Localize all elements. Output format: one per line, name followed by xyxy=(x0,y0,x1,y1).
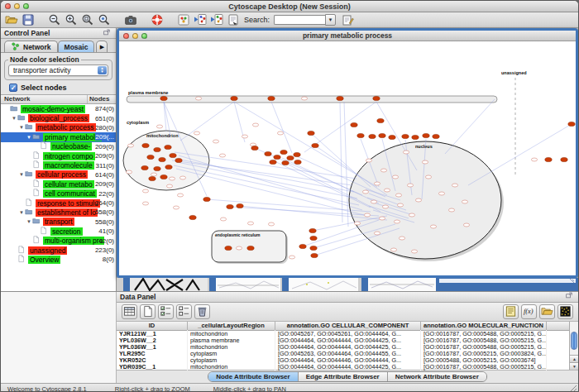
help-button[interactable] xyxy=(150,13,165,27)
unselect-attributes-button[interactable] xyxy=(176,304,192,319)
graph-node[interactable] xyxy=(411,250,417,253)
graph-node[interactable] xyxy=(394,220,400,223)
graph-node[interactable] xyxy=(194,131,199,135)
graph-node[interactable] xyxy=(407,184,413,187)
graph-node[interactable] xyxy=(175,158,182,162)
graph-node[interactable] xyxy=(213,140,218,143)
zoom-out-button[interactable] xyxy=(47,13,62,27)
graph-node[interactable] xyxy=(294,160,301,164)
graph-node[interactable] xyxy=(126,170,132,174)
graph-node[interactable] xyxy=(149,176,156,180)
tree-row-overview[interactable]: Overview8(0) xyxy=(1,255,116,264)
table-scrollbar[interactable]: ▲ ▼ xyxy=(569,322,578,370)
graph-node[interactable] xyxy=(423,133,429,137)
graph-node[interactable] xyxy=(384,189,390,192)
graph-node[interactable] xyxy=(177,194,183,197)
select-attributes-button[interactable] xyxy=(158,304,174,319)
graph-node[interactable] xyxy=(282,160,289,165)
graph-node[interactable] xyxy=(337,96,343,100)
graph-node[interactable] xyxy=(277,131,283,135)
graph-node[interactable] xyxy=(219,154,225,157)
region-plasma-membrane[interactable] xyxy=(127,96,497,103)
graph-node[interactable] xyxy=(268,96,275,100)
graph-node[interactable] xyxy=(389,135,395,139)
float-panel-icon[interactable] xyxy=(566,292,575,301)
search-dropdown-button[interactable]: ▼ xyxy=(325,14,336,26)
tab-network[interactable]: Network xyxy=(4,41,58,52)
graph-node[interactable] xyxy=(154,147,160,151)
node-color-select[interactable]: transporter activity ▲▼ xyxy=(8,65,108,76)
graph-node[interactable] xyxy=(274,155,280,159)
column-header-4[interactable]: annotation.GO MOLECULAR_FUNCTION xyxy=(421,322,547,330)
tab-mosaic[interactable]: Mosaic xyxy=(58,41,95,52)
zoom-fit-button[interactable] xyxy=(80,13,95,27)
graph-node[interactable] xyxy=(247,246,254,250)
select-nodes-checkbox[interactable]: ✓ xyxy=(9,84,17,92)
expand-arrow-icon[interactable]: ▼ xyxy=(26,135,32,140)
graph-node[interactable] xyxy=(373,96,380,100)
attribute-editor-button[interactable] xyxy=(503,304,519,319)
tab-network-attribute-browser[interactable]: Network Attribute Browser xyxy=(388,372,486,381)
graph-node[interactable] xyxy=(151,173,156,176)
graph-node[interactable] xyxy=(364,213,370,217)
expand-arrow-icon[interactable]: ▼ xyxy=(11,116,17,121)
graph-node[interactable] xyxy=(362,190,368,194)
graph-node[interactable] xyxy=(154,166,160,170)
graph-node[interactable] xyxy=(127,144,133,147)
import-network-button[interactable] xyxy=(193,13,208,27)
graph-node[interactable] xyxy=(390,248,396,251)
save-button[interactable] xyxy=(21,13,36,27)
graph-node[interactable] xyxy=(382,205,388,208)
graph-node[interactable] xyxy=(379,217,385,220)
attribute-matrix-button[interactable] xyxy=(557,304,573,319)
tree-row-secretion[interactable]: secretion41(0) xyxy=(1,227,116,236)
graph-node[interactable] xyxy=(351,122,357,127)
expand-arrow-icon[interactable]: ▼ xyxy=(18,172,25,177)
graph-node[interactable] xyxy=(220,218,226,221)
tree-row-metabolic-process[interactable]: ▼metabolic process280(0) xyxy=(1,123,116,132)
import-attributes-button[interactable] xyxy=(539,304,555,319)
graph-node[interactable] xyxy=(545,157,552,161)
graph-node[interactable] xyxy=(433,134,439,138)
graph-node[interactable] xyxy=(380,169,386,172)
tree-row-nucleobase-[interactable]: nucleobase-209(0) xyxy=(1,142,116,151)
graph-node[interactable] xyxy=(452,184,457,187)
graph-node[interactable] xyxy=(561,157,567,161)
graph-node[interactable] xyxy=(397,203,403,207)
tree-row-establishment-of-lo[interactable]: ▼establishment of lo558(0) xyxy=(1,208,116,217)
graph-node[interactable] xyxy=(412,135,419,139)
graph-node[interactable] xyxy=(392,175,398,179)
graph-node[interactable] xyxy=(294,152,300,156)
graph-node[interactable] xyxy=(403,151,409,154)
graph-node[interactable] xyxy=(247,222,253,225)
graph-node[interactable] xyxy=(169,177,175,180)
graph-node[interactable] xyxy=(448,208,454,212)
graph-node[interactable] xyxy=(371,200,376,203)
tree-row-nitrogen-compo[interactable]: nitrogen compo209(0) xyxy=(1,151,116,160)
graph-node[interactable] xyxy=(179,176,185,179)
tree-row-transport[interactable]: ▼transport558(0) xyxy=(1,218,116,227)
tree-row-cellular-process[interactable]: ▼cellular process614(0) xyxy=(1,170,116,179)
graph-node[interactable] xyxy=(308,131,314,135)
graph-node[interactable] xyxy=(462,200,467,203)
column-header-1[interactable]: ID xyxy=(117,322,188,330)
graph-node[interactable] xyxy=(531,158,537,161)
scroll-down-button[interactable]: ▼ xyxy=(570,362,579,370)
resize-grip[interactable] xyxy=(569,385,577,392)
graph-node[interactable] xyxy=(142,189,148,193)
graph-node[interactable] xyxy=(252,123,258,127)
graph-node[interactable] xyxy=(289,256,294,259)
graph-node[interactable] xyxy=(166,184,172,188)
expand-arrow-icon[interactable]: ▼ xyxy=(18,210,25,215)
graph-node[interactable] xyxy=(422,160,428,164)
graph-node[interactable] xyxy=(147,155,154,159)
graph-node[interactable] xyxy=(399,237,404,240)
column-header-2[interactable]: _cellularLayoutRegion xyxy=(188,322,275,330)
graph-node[interactable] xyxy=(377,118,384,122)
tab-edge-attribute-browser[interactable]: Edge Attribute Browser xyxy=(299,372,388,381)
graph-node[interactable] xyxy=(227,204,233,208)
graph-node[interactable] xyxy=(142,202,148,205)
graph-node[interactable] xyxy=(165,165,172,169)
graph-node[interactable] xyxy=(268,222,274,226)
expand-arrow-icon[interactable]: ▼ xyxy=(26,219,32,224)
